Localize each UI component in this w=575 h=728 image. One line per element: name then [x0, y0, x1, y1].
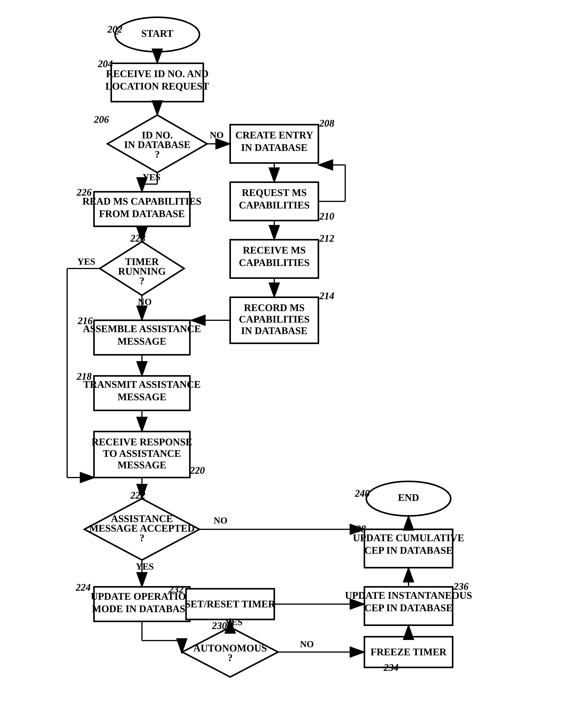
label-218a: TRANSMIT ASSISTANCE — [83, 379, 201, 390]
ref-222: 222 — [130, 490, 145, 501]
ref-236: 236 — [453, 581, 469, 592]
ref-214: 214 — [319, 290, 334, 301]
label-216b: MESSAGE — [117, 336, 166, 347]
no-label-228: NO — [138, 297, 152, 307]
label-206a: ID NO. — [142, 130, 173, 141]
label-206c: ? — [155, 149, 160, 160]
end-label: END — [398, 492, 419, 503]
ref-224: 224 — [75, 582, 91, 593]
label-228c: ? — [139, 275, 144, 286]
ref-202: 202 — [107, 24, 122, 35]
label-210a: REQUEST MS — [242, 187, 307, 198]
label-232: SET/RESET TIMER — [185, 598, 276, 610]
ref-210: 210 — [319, 211, 334, 222]
label-206b: IN DATABASE — [124, 139, 191, 150]
no-label-206: NO — [210, 130, 224, 140]
ref-206: 206 — [94, 114, 109, 125]
start-label: START — [141, 28, 173, 39]
label-224b: MODE IN DATABASE — [92, 603, 192, 614]
yes-label-230: YES — [225, 617, 242, 627]
ref-216: 216 — [77, 315, 93, 326]
label-230b: ? — [228, 652, 233, 663]
label-212b: CAPABILITIES — [239, 257, 310, 268]
ref-234: 234 — [383, 662, 399, 673]
label-208a: CREATE ENTRY — [235, 130, 313, 141]
ref-240: 240 — [354, 488, 370, 499]
label-220c: MESSAGE — [117, 459, 166, 471]
label-204b: LOCATION REQUEST — [105, 81, 209, 92]
ref-228: 228 — [130, 233, 145, 244]
label-212a: RECEIVE MS — [243, 245, 306, 256]
ref-204: 204 — [98, 58, 113, 69]
ref-226: 226 — [76, 187, 92, 198]
label-210b: CAPABILITIES — [239, 200, 310, 211]
label-214c: IN DATABASE — [241, 325, 307, 336]
label-230a: AUTONOMOUS — [193, 643, 267, 654]
label-208b: IN DATABASE — [241, 142, 307, 153]
label-218b: MESSAGE — [117, 391, 166, 402]
ref-220: 220 — [190, 465, 205, 476]
yes-label-222: YES — [136, 561, 154, 571]
label-220a: RECEIVE RESPONSE — [92, 437, 192, 447]
label-234: FREEZE TIMER — [371, 647, 447, 657]
label-228a: TIMER — [125, 256, 159, 267]
label-222b: MESSAGE ACCEPTED — [89, 523, 195, 534]
label-204a: RECEIVE ID NO. AND — [106, 68, 209, 79]
label-222c: ? — [139, 532, 144, 543]
label-236b: CEP IN DATABASE — [364, 602, 453, 613]
label-216a: ASSEMBLE ASSISTANCE — [83, 323, 201, 334]
label-236a: UPDATE INSTANTANEOUS — [345, 590, 472, 601]
label-222a: ASSISTANCE — [111, 513, 173, 524]
label-214b: CAPABILITIES — [239, 314, 310, 325]
label-226a: READ MS CAPABILITIES — [82, 196, 201, 207]
label-220b: TO ASSISTANCE — [103, 448, 181, 459]
label-228b: RUNNING — [118, 266, 166, 277]
yes-label-206: YES — [142, 172, 160, 182]
ref-232: 232 — [169, 584, 184, 595]
ref-212: 212 — [319, 233, 334, 244]
ref-208: 208 — [319, 118, 334, 129]
yes-label-228: YES — [77, 256, 95, 267]
no-label-222: NO — [214, 515, 228, 525]
label-214a: RECORD MS — [244, 302, 305, 313]
no-label-230: NO — [300, 639, 314, 649]
flowchart-container: START 202 RECEIVE ID NO. AND LOCATION RE… — [0, 0, 575, 728]
ref-218: 218 — [76, 371, 92, 382]
label-238a: UPDATE CUMULATIVE — [353, 532, 464, 543]
label-226b: FROM DATABASE — [99, 208, 185, 219]
label-238b: CEP IN DATABASE — [364, 545, 453, 556]
